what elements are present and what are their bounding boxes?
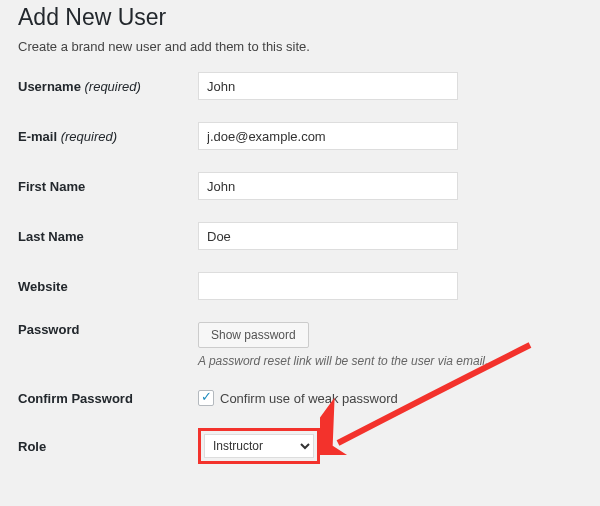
label-password: Password xyxy=(18,322,198,337)
weak-password-checkbox[interactable] xyxy=(198,390,214,406)
first-name-field[interactable] xyxy=(198,172,458,200)
row-confirm-password: Confirm Password Confirm use of weak pas… xyxy=(18,390,582,406)
password-hint: A password reset link will be sent to th… xyxy=(198,354,582,368)
page-title: Add New User xyxy=(18,4,582,31)
row-website: Website xyxy=(18,272,582,300)
email-field[interactable] xyxy=(198,122,458,150)
label-email: E-mail (required) xyxy=(18,129,198,144)
label-username: Username (required) xyxy=(18,79,198,94)
row-password: Password Show password A password reset … xyxy=(18,322,582,368)
label-website: Website xyxy=(18,279,198,294)
row-last-name: Last Name xyxy=(18,222,582,250)
weak-password-label: Confirm use of weak password xyxy=(220,391,398,406)
label-confirm-password: Confirm Password xyxy=(18,391,198,406)
username-field[interactable] xyxy=(198,72,458,100)
row-email: E-mail (required) xyxy=(18,122,582,150)
label-last-name: Last Name xyxy=(18,229,198,244)
website-field[interactable] xyxy=(198,272,458,300)
role-select[interactable]: Instructor xyxy=(204,434,314,458)
row-username: Username (required) xyxy=(18,72,582,100)
row-first-name: First Name xyxy=(18,172,582,200)
weak-password-checkbox-wrap: Confirm use of weak password xyxy=(198,390,582,406)
row-role: Role Instructor xyxy=(18,428,582,464)
last-name-field[interactable] xyxy=(198,222,458,250)
show-password-button[interactable]: Show password xyxy=(198,322,309,348)
label-role: Role xyxy=(18,439,198,454)
page-subtitle: Create a brand new user and add them to … xyxy=(18,39,582,54)
label-first-name: First Name xyxy=(18,179,198,194)
role-highlight-box: Instructor xyxy=(198,428,320,464)
